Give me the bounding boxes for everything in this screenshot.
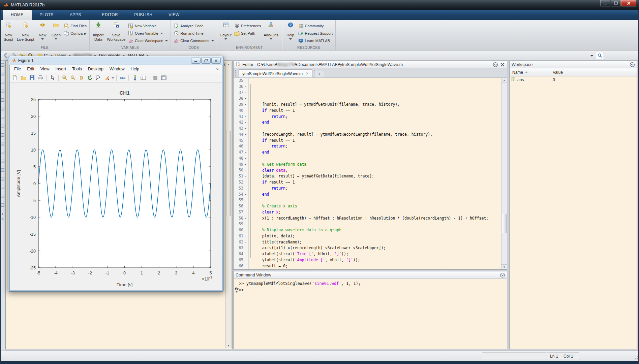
scroll-up-icon[interactable]: ▲ — [501, 78, 507, 83]
plot-tools-on-icon[interactable] — [160, 74, 168, 81]
panel-menu-icon[interactable] — [630, 62, 635, 67]
dock-item-icon[interactable] — [1, 116, 4, 119]
community-button[interactable]: Community — [298, 23, 333, 29]
figure-restore-button[interactable] — [201, 58, 211, 64]
new-variable-button[interactable]: New Variable — [128, 23, 168, 29]
run-and-time-button[interactable]: Run and Time — [174, 30, 214, 36]
dock-item-icon[interactable] — [1, 107, 4, 110]
dock-item-icon[interactable] — [1, 168, 4, 172]
pan-icon[interactable] — [78, 74, 85, 81]
command-window-body[interactable]: >> ytmSampleWdfPlotSingleWave('sine01.wd… — [234, 279, 507, 293]
set-path-button[interactable]: Set Path — [234, 30, 261, 36]
editor-scrollbar[interactable]: ▲ ▼ — [501, 78, 507, 269]
figure-menu-edit[interactable]: Edit — [24, 67, 37, 71]
dock-figure-icon[interactable] — [215, 66, 220, 72]
add-ons-button[interactable]: Add-Ons — [263, 22, 279, 40]
command-prompt-row[interactable]: fx>> — [234, 287, 507, 293]
brush-icon[interactable] — [103, 74, 111, 81]
compare-button[interactable]: Compare — [64, 30, 87, 36]
dock-item-icon[interactable] — [1, 90, 4, 93]
close-button[interactable] — [621, 0, 636, 6]
panel-close-icon[interactable] — [500, 62, 505, 67]
figure-window[interactable]: Figure 1 FileEditViewInsertToolsDesktopW… — [8, 56, 224, 292]
panel-menu-icon[interactable] — [493, 62, 498, 67]
chevron-down-icon[interactable] — [111, 74, 114, 81]
tab-apps[interactable]: APPS — [62, 10, 89, 20]
dock-item-icon[interactable] — [1, 81, 4, 84]
print-icon[interactable] — [36, 74, 44, 81]
tab-plots[interactable]: PLOTS — [32, 10, 62, 20]
plot-tools-off-icon[interactable] — [151, 74, 159, 81]
dock-item-icon[interactable] — [1, 142, 4, 145]
tab-editor[interactable]: EDITOR — [94, 10, 126, 20]
tab-close-icon[interactable]: ✕ — [306, 71, 309, 76]
preferences-button[interactable]: Preferences — [234, 23, 261, 29]
save-workspace-button[interactable]: SaveWorkspace — [106, 22, 126, 42]
new-doc-icon[interactable] — [11, 74, 19, 81]
link-plot-icon[interactable] — [119, 74, 126, 81]
dock-item-icon[interactable] — [1, 125, 4, 128]
code-text[interactable]: [hUnit, result] = ytmWdfGetHUnit(filenam… — [249, 78, 501, 269]
dock-item-icon[interactable] — [1, 63, 4, 67]
new-script-button[interactable]: NewScript — [3, 22, 14, 42]
workspace-row[interactable]: ans0 — [510, 76, 637, 83]
dock-item-icon[interactable] — [1, 195, 4, 198]
figure-menu-file[interactable]: File — [11, 67, 24, 71]
dock-item-icon[interactable] — [1, 98, 4, 102]
clear-workspace-button[interactable]: Clear Workspace — [128, 37, 168, 44]
figure-menu-tools[interactable]: Tools — [69, 67, 85, 71]
column-header-value[interactable]: Value — [550, 70, 637, 75]
clear-commands-button[interactable]: Clear Commands — [174, 37, 214, 44]
save-icon[interactable] — [28, 74, 36, 81]
layout-button[interactable]: Layout — [220, 22, 232, 40]
rotate-3d-icon[interactable] — [86, 74, 94, 81]
left-panel-scrollbar[interactable]: ▲ ▼ — [225, 62, 232, 348]
dock-item-icon[interactable] — [1, 133, 4, 137]
import-data-button[interactable]: ImportData — [92, 22, 104, 42]
tab-home[interactable]: HOME — [3, 10, 32, 20]
figure-minimize-button[interactable] — [191, 58, 201, 64]
colorbar-icon[interactable] — [131, 74, 139, 81]
zoom-out-icon[interactable] — [69, 74, 77, 81]
code-area[interactable]: 3536-37-38-39-4041-42-43-44-454647-48-49… — [234, 78, 507, 269]
scroll-up-icon[interactable]: ▲ — [226, 62, 231, 67]
tab-drag-handle[interactable] — [235, 70, 237, 76]
editor-tab[interactable]: ytmSampleWdfPlotSingleWave.m ✕ — [239, 69, 312, 77]
figure-close-button[interactable] — [211, 58, 221, 64]
legend-icon[interactable] — [139, 74, 147, 81]
analyze-code-button[interactable]: Analyze Code — [174, 23, 214, 29]
maximize-button[interactable] — [611, 0, 621, 6]
find-files-button[interactable]: Find Files — [64, 23, 87, 29]
dock-item-icon[interactable] — [1, 203, 4, 207]
tab-publish[interactable]: PUBLISH — [126, 10, 160, 20]
open-button[interactable]: Open — [50, 22, 62, 40]
scroll-down-icon[interactable]: ▼ — [501, 264, 507, 269]
figure-menu-view[interactable]: View — [37, 67, 53, 71]
scrollbar-thumb[interactable] — [502, 214, 507, 233]
resize-grip[interactable] — [634, 356, 638, 360]
minimize-button[interactable] — [600, 0, 610, 6]
dock-item-icon[interactable] — [1, 72, 4, 75]
new-tab-button[interactable]: + — [314, 70, 324, 77]
folder-search-button[interactable] — [596, 52, 604, 59]
figure-titlebar[interactable]: Figure 1 — [8, 56, 223, 65]
command-prompt[interactable]: >> — [239, 287, 244, 293]
tab-view[interactable]: VIEW — [160, 10, 187, 20]
new-live-script-button[interactable]: NewLive Script — [16, 22, 35, 42]
zoom-in-icon[interactable] — [61, 74, 68, 81]
new-button[interactable]: New — [37, 22, 48, 40]
figure-menu-help[interactable]: Help — [127, 67, 142, 71]
help-button[interactable]: ?Help — [285, 22, 296, 40]
dock-item-icon[interactable] — [1, 177, 4, 180]
learn-matlab-button[interactable]: Learn MATLAB — [298, 37, 333, 44]
scrollbar-thumb[interactable] — [226, 131, 231, 217]
cursor-icon[interactable] — [49, 74, 56, 81]
panel-menu-icon[interactable] — [500, 272, 505, 277]
fx-icon[interactable]: fx — [234, 287, 239, 291]
data-cursor-icon[interactable] — [94, 74, 102, 81]
dock-item-icon[interactable] — [1, 151, 4, 154]
address-dropdown-button[interactable] — [589, 52, 595, 59]
request-support-button[interactable]: Request Support — [298, 30, 333, 36]
figure-menu-desktop[interactable]: Desktop — [85, 67, 106, 71]
back-button[interactable] — [2, 52, 9, 59]
